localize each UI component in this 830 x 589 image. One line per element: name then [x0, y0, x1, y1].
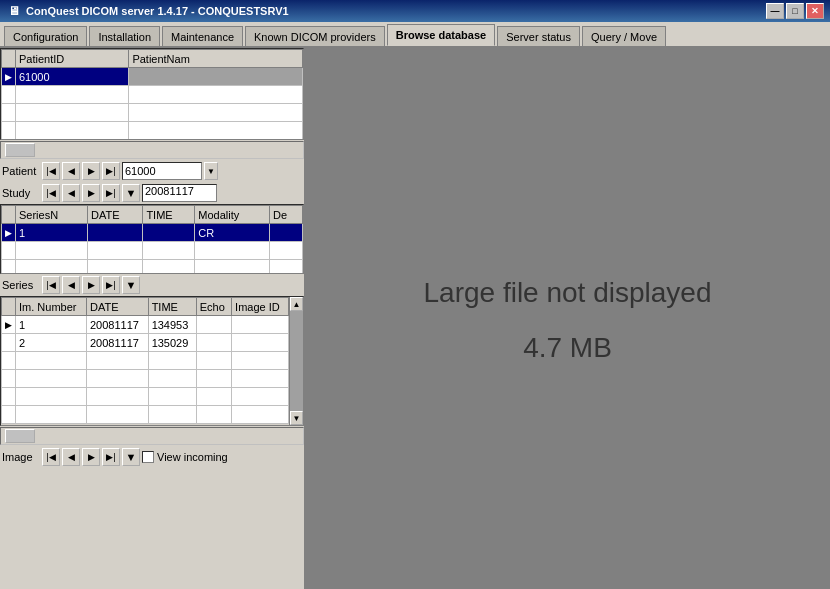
image-row1-num: 1	[16, 316, 87, 334]
series-table: SeriesN DATE TIME Modality De ▶ 1 CR	[1, 205, 303, 274]
study-nav-input[interactable]: 20081117	[142, 184, 217, 202]
image-nav-last[interactable]: ▶|	[102, 448, 120, 466]
minimize-button[interactable]: —	[766, 3, 784, 19]
series-col-desc: De	[270, 206, 303, 224]
patient-nav-first[interactable]: |◀	[42, 162, 60, 180]
image-row2-date: 20081117	[87, 334, 149, 352]
tab-configuration[interactable]: Configuration	[4, 26, 87, 46]
tab-bar: Configuration Installation Maintenance K…	[0, 22, 830, 48]
series-nav-first[interactable]: |◀	[42, 276, 60, 294]
study-nav-last[interactable]: ▶|	[102, 184, 120, 202]
series-nav-prev[interactable]: ◀	[62, 276, 80, 294]
file-size-text: 4.7 MB	[523, 332, 612, 364]
image-vscrollbar[interactable]: ▲ ▼	[289, 297, 303, 425]
image-row1-id	[232, 316, 289, 334]
image-nav-prev[interactable]: ◀	[62, 448, 80, 466]
image-nav-label: Image	[2, 451, 40, 463]
maximize-button[interactable]: □	[786, 3, 804, 19]
patient-nav-last[interactable]: ▶|	[102, 162, 120, 180]
study-nav-value: 20081117	[145, 185, 194, 197]
image-row2-num: 2	[16, 334, 87, 352]
series-row[interactable]: ▶ 1 CR	[2, 224, 303, 242]
patient-col-indicator	[2, 50, 16, 68]
tab-known-dicom[interactable]: Known DICOM providers	[245, 26, 385, 46]
image-vscroll-track[interactable]	[290, 311, 303, 411]
image-table: Im. Number DATE TIME Echo Image ID ▶ 1 2…	[1, 297, 289, 424]
patient-hscrollbar[interactable]	[0, 141, 304, 159]
study-nav-dropdown-btn[interactable]: ▼	[122, 184, 140, 202]
series-row-indicator: ▶	[2, 224, 16, 242]
series-modality-cell: CR	[195, 224, 270, 242]
tab-maintenance[interactable]: Maintenance	[162, 26, 243, 46]
series-time-cell	[143, 224, 195, 242]
patient-table-container: PatientID PatientNam ▶ 61000	[0, 48, 304, 140]
image-row2-id	[232, 334, 289, 352]
tab-query-move[interactable]: Query / Move	[582, 26, 666, 46]
series-row-empty-2	[2, 260, 303, 275]
image-col-date: DATE	[87, 298, 149, 316]
study-nav-first[interactable]: |◀	[42, 184, 60, 202]
tab-server-status[interactable]: Server status	[497, 26, 580, 46]
image-nav-next[interactable]: ▶	[82, 448, 100, 466]
image-row-empty-3	[2, 388, 289, 406]
study-nav-prev[interactable]: ◀	[62, 184, 80, 202]
view-incoming-label: View incoming	[157, 451, 228, 463]
patient-nav-dropdown-arrow[interactable]: ▼	[204, 162, 218, 180]
series-desc-cell	[270, 224, 303, 242]
image-nav-first[interactable]: |◀	[42, 448, 60, 466]
patient-row-indicator: ▶	[2, 68, 16, 86]
series-nav-dropdown-btn[interactable]: ▼	[122, 276, 140, 294]
close-button[interactable]: ✕	[806, 3, 824, 19]
image-col-time: TIME	[148, 298, 196, 316]
image-col-indicator	[2, 298, 16, 316]
patient-nav-prev[interactable]: ◀	[62, 162, 80, 180]
image-nav-dropdown-btn[interactable]: ▼	[122, 448, 140, 466]
series-col-date: DATE	[87, 206, 142, 224]
view-incoming-checkbox[interactable]	[142, 451, 154, 463]
patient-nav-dropdown[interactable]: 61000	[122, 162, 202, 180]
image-hscroll-thumb[interactable]	[5, 429, 35, 443]
series-col-modality: Modality	[195, 206, 270, 224]
app-icon: 🖥	[6, 3, 22, 19]
view-incoming-wrap: View incoming	[142, 451, 228, 463]
series-col-num: SeriesN	[16, 206, 88, 224]
patient-col-name: PatientNam	[129, 50, 303, 68]
image-hscrollbar[interactable]	[0, 427, 304, 445]
image-col-num: Im. Number	[16, 298, 87, 316]
series-num-cell: 1	[16, 224, 88, 242]
image-row1-date: 20081117	[87, 316, 149, 334]
image-row-empty-2	[2, 370, 289, 388]
image-vscroll-down[interactable]: ▼	[290, 411, 303, 425]
patient-row-empty-2	[2, 104, 303, 122]
image-row1-echo	[196, 316, 231, 334]
patient-id-cell: 61000	[16, 68, 129, 86]
series-nav-next[interactable]: ▶	[82, 276, 100, 294]
study-nav-label: Study	[2, 187, 40, 199]
series-nav-row: Series |◀ ◀ ▶ ▶| ▼	[0, 274, 304, 296]
window-controls: — □ ✕	[766, 3, 824, 19]
image-row-2[interactable]: 2 20081117 135029	[2, 334, 289, 352]
patient-row[interactable]: ▶ 61000	[2, 68, 303, 86]
series-nav-last[interactable]: ▶|	[102, 276, 120, 294]
image-row-empty-4	[2, 406, 289, 424]
patient-row-empty-3	[2, 122, 303, 140]
image-row2-indicator	[2, 334, 16, 352]
large-file-message: Large file not displayed	[424, 273, 712, 312]
image-row1-indicator: ▶	[2, 316, 16, 334]
tab-installation[interactable]: Installation	[89, 26, 160, 46]
title-bar: 🖥 ConQuest DICOM server 1.4.17 - CONQUES…	[0, 0, 830, 22]
study-nav-next[interactable]: ▶	[82, 184, 100, 202]
series-table-container: SeriesN DATE TIME Modality De ▶ 1 CR	[0, 204, 304, 274]
tab-browse-database[interactable]: Browse database	[387, 24, 495, 46]
patient-nav-next[interactable]: ▶	[82, 162, 100, 180]
image-row2-echo	[196, 334, 231, 352]
right-panel: Large file not displayed 4.7 MB	[305, 48, 830, 589]
image-row2-time: 135029	[148, 334, 196, 352]
image-vscroll-up[interactable]: ▲	[290, 297, 303, 311]
series-row-empty-1	[2, 242, 303, 260]
patient-hscroll-thumb[interactable]	[5, 143, 35, 157]
main-content: PatientID PatientNam ▶ 61000	[0, 48, 830, 589]
image-col-echo: Echo	[196, 298, 231, 316]
patient-nav-row: Patient |◀ ◀ ▶ ▶| 61000 ▼	[0, 160, 304, 182]
image-row-1[interactable]: ▶ 1 20081117 134953	[2, 316, 289, 334]
